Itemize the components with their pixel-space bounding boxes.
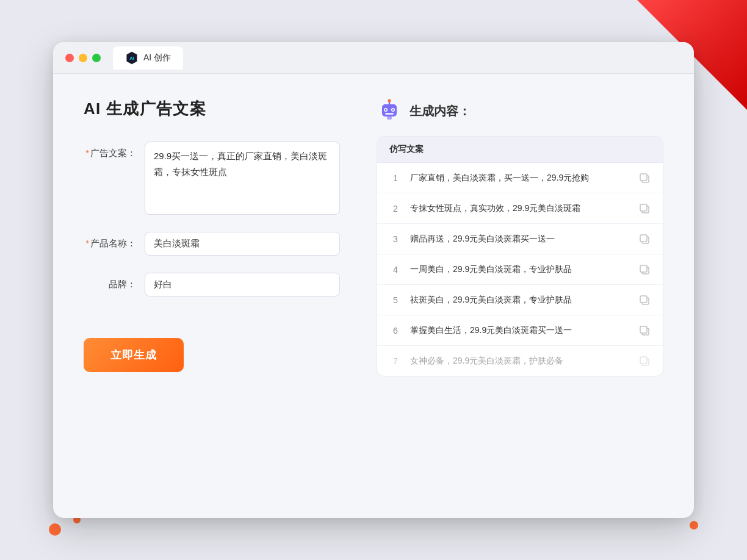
maximize-button[interactable] (92, 54, 101, 62)
product-name-input[interactable] (145, 232, 340, 256)
svg-rect-14 (640, 204, 647, 211)
result-text-2: 专抹女性斑点，真实功效，29.9元美白淡斑霜 (410, 202, 630, 215)
browser-window: AI AI 创作 AI 生成广告文案 *广告文案： *产品名称： (53, 42, 694, 518)
copy-icon-3[interactable] (638, 233, 651, 245)
svg-point-8 (392, 109, 394, 111)
brand-row: 品牌： (84, 273, 340, 296)
ad-copy-input[interactable] (145, 142, 340, 215)
svg-rect-16 (640, 235, 647, 242)
robot-icon (377, 98, 402, 124)
title-bar: AI AI 创作 (53, 42, 694, 74)
brand-input[interactable] (145, 273, 340, 296)
product-name-row: *产品名称： (84, 232, 340, 256)
svg-rect-18 (640, 265, 647, 272)
result-table-header: 仿写文案 (377, 137, 663, 163)
copy-icon-1[interactable] (638, 172, 651, 184)
svg-rect-24 (640, 357, 647, 364)
result-text-6: 掌握美白生活，29.9元美白淡斑霜买一送一 (410, 324, 630, 337)
svg-rect-9 (385, 113, 394, 115)
svg-text:AI: AI (129, 56, 134, 61)
result-number-2: 2 (389, 204, 402, 214)
svg-rect-10 (387, 117, 392, 120)
ai-tab-icon: AI (125, 51, 139, 65)
copy-icon-2[interactable] (638, 203, 651, 215)
minimize-button[interactable] (79, 54, 87, 62)
bg-decoration-dot-3 (690, 521, 698, 529)
result-table: 仿写文案 1 厂家直销，美白淡斑霜，买一送一，29.9元抢购 2 专抹女性斑点，… (377, 136, 663, 376)
result-title: 生成内容： (410, 103, 471, 120)
result-row-4: 4 一周美白，29.9元美白淡斑霜，专业护肤品 (377, 254, 663, 285)
svg-point-4 (388, 99, 391, 102)
result-number-3: 3 (389, 234, 402, 244)
svg-point-7 (385, 109, 387, 111)
result-text-5: 祛斑美白，29.9元美白淡斑霜，专业护肤品 (410, 293, 630, 306)
left-panel: AI 生成广告文案 *广告文案： *产品名称： 品牌： 立 (84, 98, 340, 494)
result-text-7: 女神必备，29.9元美白淡斑霜，护肤必备 (410, 354, 630, 367)
result-text-3: 赠品再送，29.9元美白淡斑霜买一送一 (410, 232, 630, 245)
result-row-3: 3 赠品再送，29.9元美白淡斑霜买一送一 (377, 224, 663, 254)
generate-button[interactable]: 立即生成 (84, 338, 184, 372)
svg-rect-20 (640, 296, 647, 303)
result-row-6: 6 掌握美白生活，29.9元美白淡斑霜买一送一 (377, 315, 663, 346)
main-content: AI 生成广告文案 *广告文案： *产品名称： 品牌： 立 (53, 74, 694, 518)
result-row-7: 7 女神必备，29.9元美白淡斑霜，护肤必备 (377, 346, 663, 376)
copy-icon-6[interactable] (638, 325, 651, 337)
result-row-2: 2 专抹女性斑点，真实功效，29.9元美白淡斑霜 (377, 193, 663, 224)
page-title: AI 生成广告文案 (84, 98, 340, 120)
svg-rect-12 (640, 174, 647, 181)
result-row-5: 5 祛斑美白，29.9元美白淡斑霜，专业护肤品 (377, 285, 663, 315)
product-name-required: * (85, 238, 89, 248)
ad-copy-row: *广告文案： (84, 142, 340, 215)
result-number-1: 1 (389, 173, 402, 183)
product-name-label: *产品名称： (84, 232, 145, 249)
result-number-7: 7 (389, 356, 402, 366)
result-row-1: 1 厂家直销，美白淡斑霜，买一送一，29.9元抢购 (377, 163, 663, 193)
close-button[interactable] (65, 54, 74, 62)
traffic-lights (65, 54, 101, 62)
ai-tab[interactable]: AI AI 创作 (113, 46, 183, 70)
bg-decoration-dot-1 (49, 523, 61, 536)
result-number-4: 4 (389, 265, 402, 275)
result-text-4: 一周美白，29.9元美白淡斑霜，专业护肤品 (410, 263, 630, 276)
copy-icon-4[interactable] (638, 264, 651, 276)
ad-copy-required: * (85, 148, 89, 158)
brand-label: 品牌： (84, 273, 145, 290)
svg-rect-22 (640, 326, 647, 333)
tab-label: AI 创作 (143, 52, 171, 63)
right-panel: 生成内容： 仿写文案 1 厂家直销，美白淡斑霜，买一送一，29.9元抢购 2 (377, 98, 663, 494)
result-text-1: 厂家直销，美白淡斑霜，买一送一，29.9元抢购 (410, 171, 630, 184)
result-number-6: 6 (389, 326, 402, 336)
ad-copy-label: *广告文案： (84, 142, 145, 159)
copy-icon-7[interactable] (638, 355, 651, 367)
copy-icon-5[interactable] (638, 294, 651, 306)
result-number-5: 5 (389, 295, 402, 305)
result-header: 生成内容： (377, 98, 663, 124)
